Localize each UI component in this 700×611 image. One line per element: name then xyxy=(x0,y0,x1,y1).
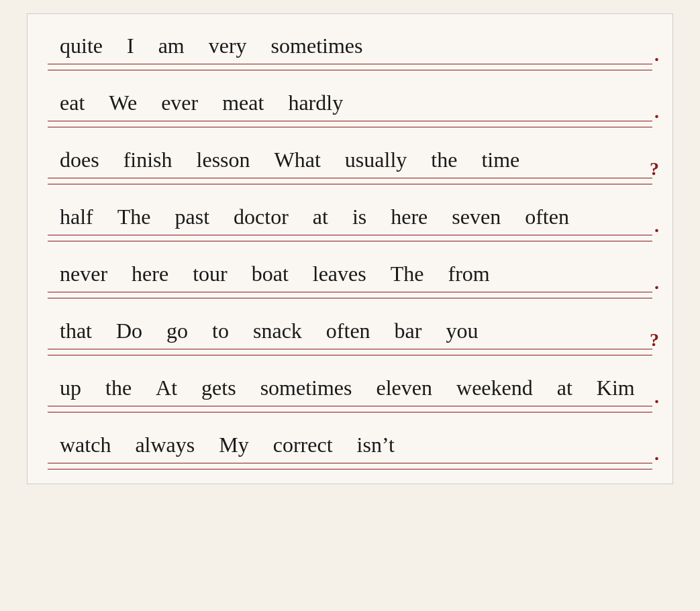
words-line-5: neverheretourboatleavesThefrom xyxy=(48,256,652,292)
word-1-5: sometimes xyxy=(259,34,375,58)
word-6-8: you xyxy=(434,319,490,343)
word-6-1: that xyxy=(48,319,104,343)
worksheet: quiteIamverysometimes.eatWeevermeathardl… xyxy=(27,13,673,484)
writing-line-1 xyxy=(48,70,652,70)
word-7-2: the xyxy=(93,376,144,400)
words-line-3: doesfinishlessonWhatusuallythetime xyxy=(48,142,652,178)
writing-line-3 xyxy=(48,184,652,184)
word-5-3: tour xyxy=(181,262,240,286)
word-7-1: up xyxy=(48,376,93,400)
row-container-6: thatDogotosnackoftenbaryou? xyxy=(28,306,672,359)
words-line-4: halfThepastdoctoratisheresevenoften xyxy=(48,199,652,235)
row-container-7: uptheAtgetssometimeselevenweekendatKim. xyxy=(28,363,672,416)
word-2-5: hardly xyxy=(276,91,355,115)
punctuation-7: . xyxy=(654,386,659,408)
word-4-8: seven xyxy=(440,205,513,229)
word-7-5: sometimes xyxy=(248,376,364,400)
word-7-4: gets xyxy=(189,376,248,400)
words-line-1: quiteIamverysometimes xyxy=(48,27,652,64)
word-6-7: bar xyxy=(383,319,434,343)
word-2-1: eat xyxy=(48,91,97,115)
word-2-4: meat xyxy=(210,91,276,115)
word-5-6: The xyxy=(379,262,436,286)
row-container-3: doesfinishlessonWhatusuallythetime? xyxy=(28,135,672,188)
word-6-5: snack xyxy=(241,319,314,343)
writing-line-7 xyxy=(48,412,652,412)
writing-line-4 xyxy=(48,241,652,241)
word-1-3: am xyxy=(146,34,197,58)
word-7-7: weekend xyxy=(444,376,545,400)
word-8-4: correct xyxy=(261,433,345,457)
word-8-1: watch xyxy=(48,433,123,457)
punctuation-8: . xyxy=(654,443,659,465)
word-4-9: often xyxy=(513,205,581,229)
word-8-2: always xyxy=(123,433,207,457)
word-4-3: past xyxy=(163,205,222,229)
word-5-2: here xyxy=(119,262,181,286)
word-8-3: My xyxy=(207,433,260,457)
row-container-4: halfThepastdoctoratisheresevenoften. xyxy=(28,192,672,245)
words-line-8: watchalwaysMycorrectisn’t xyxy=(48,427,652,463)
word-2-2: We xyxy=(97,91,149,115)
punctuation-5: . xyxy=(654,272,659,294)
words-line-2: eatWeevermeathardly xyxy=(48,85,652,121)
punctuation-4: . xyxy=(654,215,659,237)
row-container-1: quiteIamverysometimes. xyxy=(28,21,672,74)
row-container-5: neverheretourboatleavesThefrom. xyxy=(28,249,672,302)
word-4-2: The xyxy=(105,205,163,229)
word-7-9: Kim xyxy=(585,376,647,400)
word-3-5: usually xyxy=(333,148,419,172)
words-line-6: thatDogotosnackoftenbaryou xyxy=(48,313,652,349)
word-5-1: never xyxy=(48,262,119,286)
word-7-8: at xyxy=(545,376,585,400)
writing-line-2 xyxy=(48,127,652,127)
word-2-3: ever xyxy=(149,91,210,115)
word-3-4: What xyxy=(262,148,333,172)
word-6-3: go xyxy=(154,319,200,343)
punctuation-1: . xyxy=(654,44,659,66)
word-7-3: At xyxy=(144,376,189,400)
word-4-6: is xyxy=(340,205,379,229)
word-4-5: at xyxy=(301,205,340,229)
word-3-3: lesson xyxy=(185,148,262,172)
punctuation-2: . xyxy=(654,101,659,123)
word-4-7: here xyxy=(379,205,440,229)
word-5-7: from xyxy=(436,262,501,286)
word-1-2: I xyxy=(115,34,146,58)
word-6-2: Do xyxy=(104,319,154,343)
words-line-7: uptheAtgetssometimeselevenweekendatKim xyxy=(48,370,652,406)
word-1-4: very xyxy=(197,34,259,58)
word-8-5: isn’t xyxy=(345,433,407,457)
word-4-1: half xyxy=(48,205,105,229)
word-3-1: does xyxy=(48,148,111,172)
punctuation-6: ? xyxy=(650,329,659,351)
word-3-7: time xyxy=(469,148,532,172)
word-6-6: often xyxy=(314,319,383,343)
word-3-2: finish xyxy=(111,148,185,172)
writing-line-6 xyxy=(48,355,652,355)
row-container-2: eatWeevermeathardly. xyxy=(28,78,672,131)
row-container-8: watchalwaysMycorrectisn’t. xyxy=(28,420,672,473)
punctuation-3: ? xyxy=(650,158,659,180)
word-4-4: doctor xyxy=(221,205,301,229)
word-6-4: to xyxy=(200,319,241,343)
word-1-1: quite xyxy=(48,34,115,58)
word-7-6: eleven xyxy=(364,376,445,400)
word-3-6: the xyxy=(419,148,469,172)
word-5-5: leaves xyxy=(301,262,379,286)
writing-line-5 xyxy=(48,298,652,298)
word-5-4: boat xyxy=(240,262,301,286)
writing-line-8 xyxy=(48,469,652,469)
